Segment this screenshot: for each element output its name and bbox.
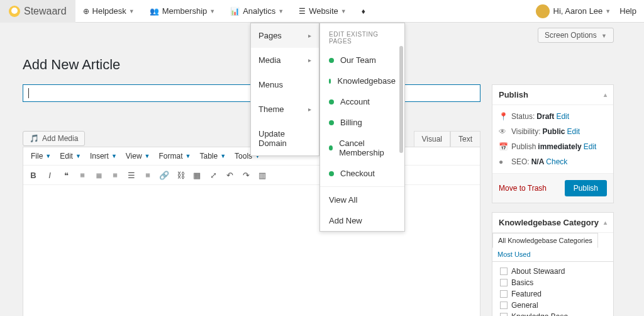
menu-table[interactable]: Table▼ — [196, 150, 230, 162]
dd-pages[interactable]: Pages▸ — [251, 23, 319, 48]
user-greeting[interactable]: Hi, Aaron Lee — [553, 6, 603, 16]
nav-analytics-label: Analytics — [243, 6, 275, 16]
menu-file[interactable]: File▼ — [27, 150, 55, 162]
publish-status-row: 📍 Status: Draft Edit — [499, 109, 607, 124]
quote-button[interactable]: ❝ — [58, 167, 74, 183]
screen-options-button[interactable]: Screen Options ▼ — [538, 28, 614, 43]
chart-icon: 📊 — [230, 7, 240, 16]
pages-view-all[interactable]: View All — [320, 189, 404, 210]
nav-membership-label: Membership — [162, 6, 208, 16]
add-media-label: Add Media — [42, 134, 78, 143]
undo-button[interactable]: ↶ — [222, 167, 237, 183]
checkbox[interactable] — [500, 302, 508, 309]
move-to-trash-link[interactable]: Move to Trash — [499, 184, 547, 193]
align-left-button[interactable]: ≡ — [108, 167, 123, 183]
edit-status-link[interactable]: Edit — [556, 112, 569, 121]
category-item[interactable]: General — [492, 300, 613, 311]
avatar[interactable] — [536, 4, 550, 18]
list-icon: ☰ — [299, 7, 306, 16]
menu-format[interactable]: Format▼ — [155, 150, 195, 162]
italic-button[interactable]: I — [42, 167, 57, 183]
fullscreen-button[interactable]: ⤢ — [206, 167, 221, 183]
checkbox[interactable] — [500, 290, 508, 298]
caret-down-icon: ▼ — [601, 33, 607, 39]
scrollbar[interactable] — [399, 46, 403, 153]
brand[interactable]: Stewaard — [0, 0, 75, 23]
page-item[interactable]: Cancel Membership — [320, 133, 404, 163]
publish-button[interactable]: Publish — [565, 180, 607, 196]
caret-down-icon: ▼ — [129, 8, 135, 14]
lifebuoy-icon: ⊕ — [83, 7, 89, 16]
page-item[interactable]: Knowledgebase — [320, 71, 404, 91]
category-label: Featured — [511, 290, 541, 298]
align-right-button[interactable]: ≡ — [140, 167, 155, 183]
nav-membership[interactable]: 👥 Membership ▼ — [142, 0, 223, 23]
bold-button[interactable]: B — [26, 167, 41, 183]
tab-visual[interactable]: Visual — [414, 131, 450, 147]
menu-insert[interactable]: Insert▼ — [86, 150, 121, 162]
edit-date-link[interactable]: Edit — [584, 142, 597, 151]
category-item[interactable]: Basics — [492, 277, 613, 288]
kb-category-header[interactable]: Knowledgebase Category ▴ — [492, 213, 613, 233]
page-label: Our Team — [340, 55, 376, 65]
category-item[interactable]: Knowledge Base — [492, 311, 613, 316]
align-center-button[interactable]: ☰ — [124, 167, 139, 183]
dd-theme[interactable]: Theme▸ — [251, 97, 319, 121]
ul-button[interactable]: ≡ — [75, 167, 90, 183]
page-label: Checkout — [340, 169, 375, 178]
tab-text[interactable]: Text — [450, 131, 480, 147]
redo-button[interactable]: ↷ — [238, 167, 253, 183]
caret-down-icon: ▼ — [605, 8, 611, 14]
category-label: Knowledge Base — [511, 312, 568, 316]
chevron-right-icon: ▸ — [308, 106, 311, 113]
publish-visibility-row: 👁 Visibility: Public Edit — [499, 124, 607, 139]
editor-content[interactable] — [23, 185, 480, 316]
nav-diamond[interactable]: ♦ — [354, 0, 376, 23]
seo-check-link[interactable]: Check — [546, 157, 567, 166]
add-media-button[interactable]: 🎵 Add Media — [23, 131, 85, 146]
page-item[interactable]: Checkout — [320, 163, 404, 184]
pages-submenu-heading: EDIT EXISTING PAGES — [320, 23, 404, 50]
publish-panel-header[interactable]: Publish ▴ — [492, 85, 613, 105]
status-dot-icon — [329, 120, 334, 125]
status-dot-icon — [329, 171, 334, 176]
collapse-icon: ▴ — [604, 219, 607, 226]
more-button[interactable]: ▥ — [255, 167, 270, 183]
media-icon: 🎵 — [30, 134, 39, 143]
caret-down-icon: ▼ — [278, 8, 284, 14]
nav-website[interactable]: ☰ Website ▼ — [291, 0, 354, 23]
edit-visibility-link[interactable]: Edit — [567, 127, 580, 136]
tab-all-categories[interactable]: All Knowledgebase Categories — [492, 233, 598, 248]
menu-edit[interactable]: Edit▼ — [56, 150, 85, 162]
caret-down-icon: ▼ — [209, 8, 215, 14]
menu-view[interactable]: View▼ — [122, 150, 154, 162]
pages-add-new[interactable]: Add New — [320, 210, 404, 231]
link-button[interactable]: 🔗 — [157, 167, 172, 183]
eye-icon: 👁 — [499, 127, 509, 136]
page-item[interactable]: Account — [320, 91, 404, 112]
unlink-button[interactable]: ⛓ — [173, 167, 188, 183]
category-item[interactable]: Featured — [492, 288, 613, 300]
help-link[interactable]: Help — [619, 6, 636, 16]
nav-helpdesk[interactable]: ⊕ Helpdesk ▼ — [75, 0, 142, 23]
dd-update-domain[interactable]: Update Domain — [251, 121, 319, 155]
category-item[interactable]: About Stewaard — [492, 266, 613, 277]
checkbox[interactable] — [500, 279, 508, 286]
calendar-icon: 📅 — [499, 142, 509, 151]
ol-button[interactable]: ≣ — [91, 167, 106, 183]
chevron-right-icon: ▸ — [308, 57, 311, 64]
page-item[interactable]: Billing — [320, 112, 404, 133]
kb-category-panel: Knowledgebase Category ▴ All Knowledgeba… — [492, 212, 614, 316]
publish-seo-row: ● SEO: N/A Check — [499, 154, 607, 169]
nav-website-label: Website — [309, 6, 338, 16]
dd-menus[interactable]: Menus — [251, 72, 319, 97]
caret-down-icon: ▼ — [341, 8, 347, 14]
page-item[interactable]: Our Team — [320, 50, 404, 71]
status-dot-icon — [329, 145, 333, 150]
dd-media[interactable]: Media▸ — [251, 48, 319, 72]
nav-analytics[interactable]: 📊 Analytics ▼ — [223, 0, 291, 23]
checkbox[interactable] — [500, 268, 508, 275]
tab-most-used[interactable]: Most Used — [492, 247, 536, 261]
checkbox[interactable] — [500, 313, 508, 316]
table-button[interactable]: ▦ — [189, 167, 204, 183]
